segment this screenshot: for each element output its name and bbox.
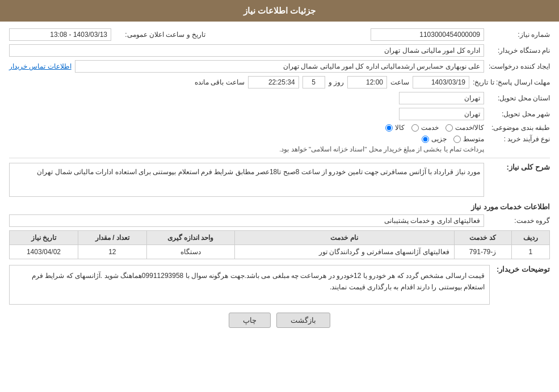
category-option-khadamat[interactable]: خدمت xyxy=(411,124,439,132)
print-button[interactable]: چاپ xyxy=(229,313,271,328)
process-option-jozei[interactable]: جزیی xyxy=(422,135,447,143)
process-option-motavaset[interactable]: متوسط xyxy=(453,135,484,143)
back-button[interactable]: بازگشت xyxy=(276,313,330,328)
category-option-kala[interactable]: کالا xyxy=(385,124,405,132)
notes-value: قیمت ارسالی مشخص گردد که هر خودرو یا 12خ… xyxy=(9,265,490,305)
process-radio-jozei[interactable] xyxy=(422,136,429,143)
process-note: پرداخت تمام یا بخشی از مبلغ خریدار محل "… xyxy=(9,145,484,153)
province-value: تهران xyxy=(399,92,484,104)
description-label: شرح کلی نیاز: xyxy=(487,163,550,171)
process-motavaset-label: متوسط xyxy=(463,135,484,143)
creator-value: علی نوبهاری حسابرس ارشدمالیاتی اداره کل … xyxy=(75,60,484,73)
service-info-section-title: اطلاعات خدمات مورد نیاز xyxy=(9,203,550,211)
process-jozei-label: جزیی xyxy=(431,135,447,143)
buyer-name-value: اداره کل امور مالیاتی شمال تهران xyxy=(9,44,484,57)
category-label: طبقه بندی موضوعی: xyxy=(487,124,550,132)
category-radio-kala[interactable] xyxy=(385,124,393,132)
service-group-label: گروه خدمت: xyxy=(487,217,550,225)
table-header-date: تاریخ نیاز xyxy=(10,231,78,245)
category-option-kala-label: کالا xyxy=(395,124,405,132)
deadline-label: مهلت ارسال پاسخ: تا تاریخ: xyxy=(473,78,550,86)
service-table: ردیف کد خدمت نام خدمت واحد اندازه گیری ت… xyxy=(9,230,550,259)
table-header-row: ردیف xyxy=(511,231,549,245)
deadline-date: 1403/03/19 xyxy=(413,76,469,88)
city-label: شهر محل تحویل: xyxy=(487,110,550,118)
table-header-code: کد خدمت xyxy=(454,231,511,245)
category-radio-khadamat[interactable] xyxy=(411,124,419,132)
table-header-quantity: تعداد / مقدار xyxy=(78,231,146,245)
deadline-days: 5 xyxy=(302,76,325,88)
buyer-name-label: نام دستگاه خریدار: xyxy=(487,47,550,54)
need-number-label: شماره نیاز: xyxy=(487,31,550,39)
process-radio-motavaset[interactable] xyxy=(453,136,461,143)
deadline-day-label: روز و xyxy=(329,78,344,86)
process-label: نوع فرآیند خرید : xyxy=(487,135,550,143)
table-row: 1ز-79-791فعالیتهای آژانسهای مسافرتی و گر… xyxy=(10,245,550,259)
action-buttons: بازگشت چاپ xyxy=(9,313,550,328)
announce-date-label: تاریخ و ساعت اعلان عمومی: xyxy=(115,31,205,39)
city-value: تهران xyxy=(399,108,484,120)
notes-label: توضیحات خریدار: xyxy=(493,265,550,273)
category-radio-kala-khadamat[interactable] xyxy=(445,124,453,132)
category-radio-group: کالا/خدمت خدمت کالا xyxy=(385,124,484,132)
deadline-time-label: ساعت xyxy=(390,78,409,86)
province-label: استان محل تحویل: xyxy=(487,94,550,102)
table-header-name: نام خدمت xyxy=(234,231,454,245)
category-option-khadamat-label: خدمت xyxy=(421,124,439,132)
deadline-remaining: 22:25:34 xyxy=(248,76,299,88)
page-title: جزئیات اطلاعات نیاز xyxy=(243,6,316,15)
announce-date-value: 1403/03/13 - 13:08 xyxy=(9,28,111,41)
deadline-remaining-label: ساعت باقی مانده xyxy=(195,78,245,86)
creator-contact-link[interactable]: اطلاعات تماس خریدار xyxy=(9,62,72,70)
creator-label: ایجاد کننده درخواست: xyxy=(487,62,550,70)
deadline-time: 12:00 xyxy=(347,76,387,88)
table-header-unit: واحد اندازه گیری xyxy=(146,231,234,245)
category-option-kala-khadamat[interactable]: کالا/خدمت xyxy=(445,124,484,132)
category-option-kala-khadamat-label: کالا/خدمت xyxy=(455,124,484,132)
page-header: جزئیات اطلاعات نیاز xyxy=(0,0,559,22)
service-group-value: فعالیتهای اداری و خدمات پشتیبانی xyxy=(9,214,484,227)
description-value: مورد نیاز قرارداد با آژانس مسافرتی جهت ت… xyxy=(9,163,484,197)
need-number-value: 1103000454000009 xyxy=(371,28,484,41)
